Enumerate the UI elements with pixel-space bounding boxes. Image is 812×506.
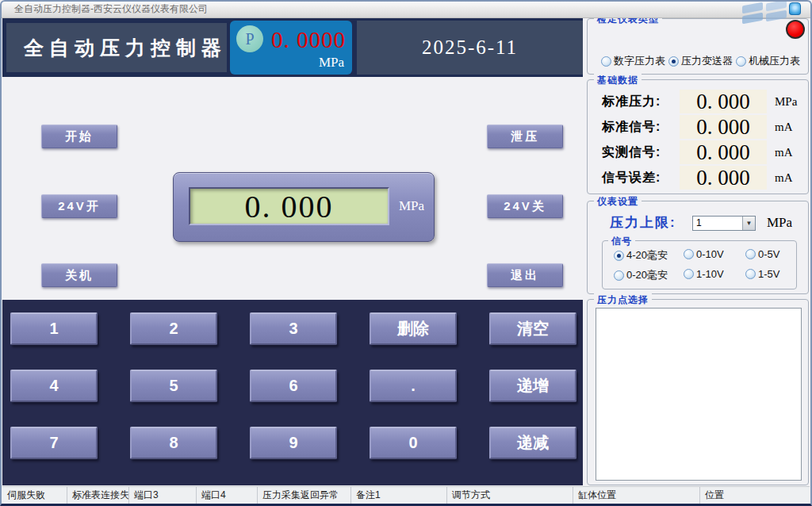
group-instrument-settings: 仪表设置 压力上限: 1 ▼ MPa 信号 4-20毫安 0-10V 0-5V … (587, 201, 809, 294)
24v-on-button[interactable]: 24V开 (41, 194, 117, 218)
radio-icon (745, 249, 756, 259)
group-basic-data: 基础数据 标准压力: 0. 000 MPa 标准信号: 0. 000 mA 实测… (587, 79, 809, 194)
radio-label: 机械压力表 (749, 54, 800, 68)
radio-label: 0-5V (758, 248, 779, 260)
pressure-point-list[interactable] (596, 308, 802, 481)
radio-icon (601, 56, 611, 67)
radio-icon (745, 269, 756, 279)
keypad-key[interactable]: 6 (250, 370, 337, 402)
24v-off-button[interactable]: 24V关 (487, 194, 563, 218)
keypad-key[interactable]: 0 (370, 427, 457, 459)
date-display: 2025-6-11 (357, 21, 583, 75)
radio-icon (736, 56, 746, 67)
row-unit: mA (775, 115, 793, 139)
data-row-standard-signal: 标准信号: 0. 000 mA (588, 115, 808, 139)
radio-signal-0-20ma[interactable]: 0-20毫安 (614, 268, 668, 282)
status-port4: 端口4 (197, 487, 258, 504)
data-row-signal-error: 信号误差: 0. 000 mA (588, 166, 808, 190)
shutdown-button[interactable]: 关机 (41, 263, 117, 287)
radio-icon (684, 269, 694, 279)
keypad-key[interactable]: 8 (130, 427, 217, 459)
start-button[interactable]: 开始 (41, 125, 117, 148)
radio-icon (668, 56, 679, 67)
group-signal: 信号 4-20毫安 0-10V 0-5V 0-20毫安 1-10V (602, 240, 797, 289)
radio-icon (614, 270, 624, 281)
group-title: 基础数据 (594, 74, 642, 87)
app-title: 全自动压力控制器 (24, 35, 227, 61)
keypad-panel: 1 2 3 删除 清空 4 5 6 . 递增 7 8 9 0 递减 (2, 300, 583, 485)
row-label: 标准压力: (602, 90, 661, 113)
pressure-display-panel: 0. 000 MPa (173, 172, 435, 242)
windows-logo-icon (742, 1, 790, 22)
radio-signal-4-20ma[interactable]: 4-20毫安 (614, 248, 668, 263)
data-row-measured-signal: 实测信号: 0. 000 mA (588, 140, 808, 164)
keypad-key-delete[interactable]: 删除 (370, 312, 457, 345)
keypad-key-clear[interactable]: 清空 (489, 312, 576, 345)
radio-icon (684, 249, 694, 259)
pressure-display: 0. 000 (189, 187, 389, 225)
radio-label: 压力变送器 (681, 54, 733, 68)
pressure-display-unit: MPa (399, 198, 424, 214)
keypad-key[interactable]: 3 (250, 312, 337, 345)
status-indicator-light (786, 20, 805, 39)
group-pressure-points: 压力点选择 (587, 299, 809, 485)
radio-mechanical-gauge[interactable]: 机械压力表 (736, 54, 800, 68)
title-bar[interactable]: 全自动压力控制器-西安云仪仪器仪表有限公司 (0, 0, 812, 18)
status-servo: 伺服失败 (2, 487, 67, 504)
row-unit: mA (775, 140, 793, 164)
pressure-limit-label: 压力上限: (610, 213, 676, 232)
radio-label: 数字压力表 (614, 54, 665, 68)
date-text: 2025-6-11 (422, 36, 518, 59)
radio-label: 4-20毫安 (626, 248, 668, 263)
row-value: 0. 000 (680, 90, 767, 113)
keypad-key[interactable]: 9 (250, 427, 337, 459)
keypad-key[interactable]: 5 (130, 370, 217, 402)
status-standard-connection: 标准表连接失败 (67, 487, 129, 504)
group-title: 压力点选择 (594, 293, 652, 307)
status-note: 备注1 (351, 487, 447, 504)
row-label: 实测信号: (602, 140, 661, 164)
radio-signal-1-5v[interactable]: 1-5V (745, 268, 779, 280)
group-title: 仪表设置 (594, 195, 642, 209)
app-glyph-icon (789, 2, 801, 15)
header-band: 全自动压力控制器 P 0. 0000 MPa 2025-6-11 (2, 18, 583, 77)
group-title: 信号 (608, 235, 635, 248)
radio-digital-gauge[interactable]: 数字压力表 (601, 54, 665, 68)
keypad-key[interactable]: 2 (130, 312, 217, 345)
pressure-limit-unit: MPa (767, 213, 792, 232)
keypad-key[interactable]: 7 (10, 427, 98, 459)
app-window: 全自动压力控制器-西安云仪仪器仪表有限公司 全自动压力控制器 P 0. 0000… (0, 0, 812, 506)
keypad-key[interactable]: 4 (10, 370, 98, 402)
radio-label: 1-5V (758, 268, 779, 280)
status-pressure-acquisition: 压力采集返回异常 (258, 487, 351, 504)
row-value: 0. 000 (680, 115, 767, 139)
radio-label: 0-20毫安 (626, 268, 668, 282)
pressure-limit-select[interactable]: 1 ▼ (692, 216, 756, 231)
data-row-standard-pressure: 标准压力: 0. 000 MPa (588, 90, 808, 113)
keypad-key[interactable]: 1 (10, 312, 98, 345)
radio-signal-1-10v[interactable]: 1-10V (684, 268, 724, 280)
window-title: 全自动压力控制器-西安云仪仪器仪表有限公司 (14, 3, 208, 14)
pressure-limit-value: 1 (693, 217, 742, 230)
chevron-down-icon[interactable]: ▼ (742, 217, 755, 230)
status-position: 位置 (700, 487, 810, 504)
status-adjust-mode: 调节方式 (447, 487, 573, 504)
release-pressure-button[interactable]: 泄压 (487, 125, 563, 148)
keypad-key-increment[interactable]: 递增 (489, 370, 576, 402)
keypad-key-decrement[interactable]: 递减 (489, 427, 576, 459)
status-port3: 端口3 (129, 487, 197, 504)
keypad-key-dot[interactable]: . (370, 370, 457, 402)
status-cylinder-position: 缸体位置 (573, 487, 700, 504)
row-label: 信号误差: (602, 166, 661, 190)
gauge-unit: MPa (319, 55, 344, 71)
radio-pressure-transmitter[interactable]: 压力变送器 (668, 54, 733, 68)
exit-button[interactable]: 退出 (487, 263, 563, 287)
radio-label: 0-10V (696, 248, 724, 260)
row-label: 标准信号: (602, 115, 661, 139)
radio-signal-0-5v[interactable]: 0-5V (745, 248, 779, 260)
gauge-value: 0. 0000 (252, 27, 346, 53)
status-bar: 伺服失败 标准表连接失败 端口3 端口4 压力采集返回异常 备注1 调节方式 缸… (2, 486, 810, 504)
pressure-gauge: P 0. 0000 MPa (230, 21, 352, 75)
row-value: 0. 000 (680, 140, 767, 164)
radio-signal-0-10v[interactable]: 0-10V (684, 248, 724, 260)
